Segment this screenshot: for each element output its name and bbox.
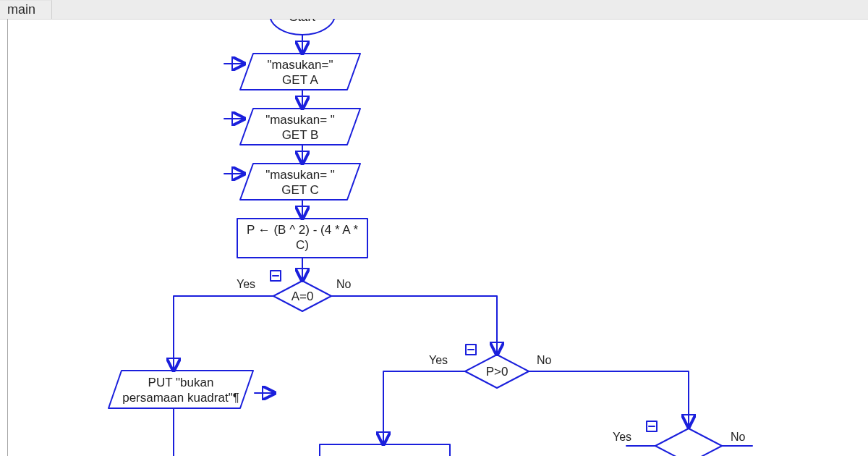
collapse-toggle-p[interactable] <box>466 345 476 355</box>
node-get-c[interactable]: "masukan= " GET C <box>224 164 360 200</box>
node-decision-p[interactable]: P>0 <box>465 355 529 388</box>
node-start-text: Start <box>289 19 315 24</box>
dec-p-no-label: No <box>537 354 552 366</box>
node-get-b[interactable]: "masukan= " GET B <box>224 109 360 145</box>
node-decision-a[interactable]: A=0 <box>273 281 331 311</box>
node-start[interactable]: Start <box>270 19 335 35</box>
node-get-a-l1: "masukan=" <box>268 58 333 72</box>
dec-p-yes-label: Yes <box>429 354 448 366</box>
node-decision-bottom-partial[interactable] <box>655 428 722 456</box>
node-get-a-l2: GET A <box>282 73 318 87</box>
node-get-c-l2: GET C <box>281 183 319 197</box>
flowchart-canvas: Start "masukan=" GET A "masukan= " GET B… <box>0 19 868 456</box>
node-assign-p-l2: C) <box>296 238 309 252</box>
node-decision-a-cond: A=0 <box>292 290 314 303</box>
frag-no: No <box>731 431 746 443</box>
node-get-a[interactable]: "masukan=" GET A <box>224 54 360 90</box>
tab-main-label: main <box>7 2 35 17</box>
node-get-b-l1: "masukan= " <box>265 113 335 127</box>
node-put-l1: PUT "bukan <box>148 376 214 389</box>
dec-a-no-label: No <box>336 278 352 290</box>
node-under-yes-partial[interactable] <box>320 444 450 456</box>
node-assign-p-l1: P ← (B ^ 2) - (4 * A * <box>247 223 358 237</box>
collapse-toggle-a[interactable] <box>271 271 281 281</box>
collapse-toggle-right[interactable] <box>647 421 657 431</box>
node-put-not-quadratic[interactable]: PUT "bukan persamaan kuadrat"¶ <box>109 371 273 408</box>
node-put-l2: persamaan kuadrat"¶ <box>122 391 239 405</box>
tab-bar: main <box>0 0 868 20</box>
node-decision-p-cond: P>0 <box>486 365 509 379</box>
conn-decp-no <box>529 371 689 426</box>
frag-yes: Yes <box>613 431 631 443</box>
node-get-b-l2: GET B <box>282 128 319 142</box>
node-assign-p[interactable]: P ← (B ^ 2) - (4 * A * C) <box>237 219 367 258</box>
tab-main[interactable]: main <box>0 0 52 19</box>
conn-deca-yes <box>174 296 273 369</box>
conn-decp-yes <box>383 371 465 443</box>
node-get-c-l1: "masukan= " <box>265 168 335 182</box>
svg-marker-13 <box>655 428 722 456</box>
dec-a-yes-label: Yes <box>237 278 255 290</box>
